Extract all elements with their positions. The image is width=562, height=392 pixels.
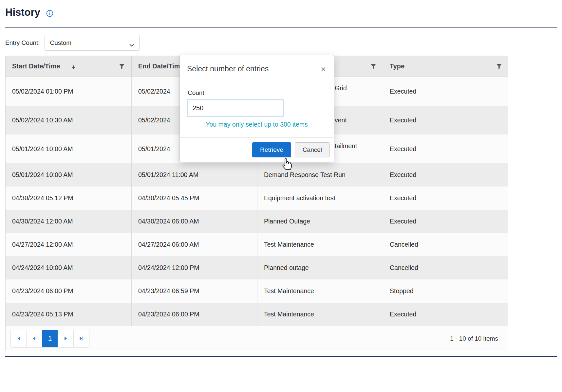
page-header: History <box>0 0 562 20</box>
page-number-button[interactable]: 1 <box>42 330 58 347</box>
cell-end: 04/30/2024 05:45 PM <box>131 187 257 210</box>
dialog-body: Count You may only select up to 300 item… <box>180 82 334 128</box>
cell-end: 05/01/2024 11:00 AM <box>131 163 257 187</box>
first-page-button[interactable] <box>10 330 26 347</box>
chevron-down-icon <box>129 41 134 44</box>
header-divider <box>5 27 557 28</box>
cell-start: 04/30/2024 05:12 PM <box>6 187 131 210</box>
cell-type: Executed <box>383 163 509 187</box>
dialog-title: Select number of entries <box>187 64 269 73</box>
cell-start: 05/02/2024 01:00 PM <box>6 77 131 106</box>
cell-name: Test Maintenance <box>257 233 383 256</box>
dialog-footer: Retrieve Cancel <box>180 137 334 162</box>
cell-end: 04/23/2024 06:00 PM <box>131 303 257 326</box>
filter-icon[interactable] <box>370 63 376 69</box>
cell-type: Executed <box>383 134 509 163</box>
entry-count-label: Entry Count: <box>5 39 40 46</box>
cell-end: 04/30/2024 06:00 AM <box>131 210 257 233</box>
table-row[interactable]: 04/30/2024 05:12 PM 04/30/2024 05:45 PM … <box>6 187 508 210</box>
cell-type: Executed <box>383 187 509 210</box>
close-icon[interactable]: × <box>320 66 327 72</box>
last-page-button[interactable] <box>73 330 89 347</box>
cell-type: Executed <box>383 77 509 106</box>
table-row[interactable]: 04/24/2024 10:00 AM 04/24/2024 12:00 PM … <box>6 256 508 279</box>
info-icon[interactable] <box>46 10 53 17</box>
pager-buttons: 1 <box>10 330 89 347</box>
cell-name: Planned outage <box>257 256 383 279</box>
cell-type: Executed <box>383 210 509 233</box>
cell-start: 05/02/2024 10:30 AM <box>6 106 131 134</box>
filter-icon[interactable] <box>119 63 125 69</box>
table-row[interactable]: 04/30/2024 12:00 AM 04/30/2024 06:00 AM … <box>6 210 508 233</box>
pager-summary: 1 - 10 of 10 items <box>450 335 498 342</box>
table-row[interactable]: 04/27/2024 12:00 AM 04/27/2024 06:00 AM … <box>6 233 508 256</box>
footer-divider <box>5 356 557 357</box>
cell-start: 04/27/2024 12:00 AM <box>6 233 131 256</box>
cell-start: 04/24/2024 10:00 AM <box>6 256 131 279</box>
hand-cursor-icon <box>281 157 292 171</box>
cell-start: 04/23/2024 06:00 PM <box>6 279 131 303</box>
cell-name: Test Maintenance <box>257 279 383 303</box>
next-page-button[interactable] <box>58 330 73 347</box>
page-title: History <box>5 5 40 20</box>
cell-name: Test Maintenance <box>257 303 383 326</box>
column-header-start[interactable]: Start Date/Time <box>6 56 131 77</box>
column-header-type[interactable]: Type <box>383 56 509 77</box>
cell-end: 04/24/2024 12:00 PM <box>131 256 257 279</box>
filter-icon[interactable] <box>496 63 502 69</box>
cell-start: 05/01/2024 10:00 AM <box>6 134 131 163</box>
entry-count-dropdown[interactable]: Custom <box>45 35 140 51</box>
cell-type: Cancelled <box>383 256 509 279</box>
cell-name: Planned Outage <box>257 210 383 233</box>
toolbar: Entry Count: Custom <box>5 35 557 51</box>
history-page: { "colors": { "accent": "#1570cd", "teal… <box>0 0 562 392</box>
retrieve-button[interactable]: Retrieve <box>252 142 291 157</box>
cancel-button[interactable]: Cancel <box>295 142 330 157</box>
cell-name: Equipment activation test <box>257 187 383 210</box>
cell-end: 04/23/2024 06:59 PM <box>131 279 257 303</box>
cell-start: 05/01/2024 10:00 AM <box>6 163 131 187</box>
pager: 1 1 - 10 of 10 items <box>6 326 508 351</box>
sort-desc-icon <box>71 64 76 69</box>
table-row[interactable]: 05/01/2024 10:00 AM 05/01/2024 11:00 AM … <box>6 163 508 187</box>
max-items-message: You may only select up to 300 items <box>188 121 326 128</box>
cell-name: Demand Response Test Run <box>257 163 383 187</box>
entry-count-value: Custom <box>50 39 71 46</box>
table-row[interactable]: 04/23/2024 06:00 PM 04/23/2024 06:59 PM … <box>6 279 508 303</box>
cell-type: Stopped <box>383 279 509 303</box>
cell-type: Executed <box>383 106 509 134</box>
dialog-header: Select number of entries × <box>180 55 334 82</box>
count-input[interactable] <box>188 100 283 116</box>
count-label: Count <box>188 89 326 97</box>
count-numeric-textbox <box>188 100 283 116</box>
cell-start: 04/30/2024 12:00 AM <box>6 210 131 233</box>
table-row[interactable]: 04/23/2024 05:13 PM 04/23/2024 06:00 PM … <box>6 303 508 326</box>
cell-type: Cancelled <box>383 233 509 256</box>
cell-type: Executed <box>383 303 509 326</box>
cell-start: 04/23/2024 05:13 PM <box>6 303 131 326</box>
previous-page-button[interactable] <box>26 330 42 347</box>
cell-end: 04/27/2024 06:00 AM <box>131 233 257 256</box>
select-entries-dialog: Select number of entries × Count You may… <box>179 55 334 162</box>
